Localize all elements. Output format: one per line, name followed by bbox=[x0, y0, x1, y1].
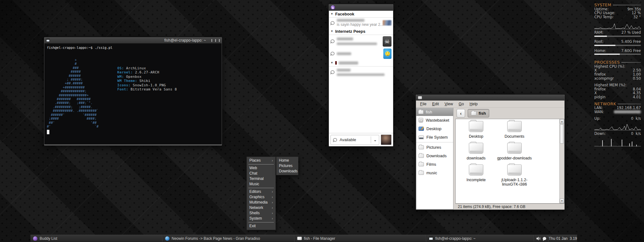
buddy-group-internetz-peeps[interactable]: ▼ Internetz Peeps bbox=[329, 28, 393, 35]
sidebar-item-folder[interactable]: Downloads bbox=[416, 152, 453, 160]
buddy-name-redacted bbox=[337, 52, 351, 55]
status-bubble-icon bbox=[333, 138, 337, 142]
folder-icon bbox=[469, 121, 483, 132]
buddy-status-redacted bbox=[337, 73, 385, 76]
file-manager-menubar: File Edit View Go Help bbox=[416, 101, 564, 108]
buddy-group-facebook[interactable]: ▼ Facebook bbox=[329, 11, 393, 18]
file-item[interactable]: jUploadr-1.1.2-linuxGTK-i386 bbox=[495, 164, 534, 187]
sidebar-item-wastebasket[interactable]: Wastebasket bbox=[416, 116, 453, 124]
sidebar-item-folder[interactable]: music bbox=[416, 169, 453, 177]
menu-item[interactable]: Music bbox=[247, 182, 275, 187]
home-bar bbox=[594, 54, 641, 55]
menu-item-with-submenu[interactable]: Network› bbox=[247, 205, 275, 210]
terminal-title: fish@el-crappo-lappo: ~ bbox=[164, 38, 206, 43]
highest-mem-title: Highest MEM (%): bbox=[594, 83, 641, 87]
submenu-item[interactable]: Home bbox=[276, 158, 298, 163]
sidebar-item-desktop[interactable]: Desktop bbox=[416, 124, 453, 133]
ram-bar bbox=[594, 36, 641, 37]
menubar-item[interactable]: Go bbox=[456, 101, 467, 107]
folder-icon bbox=[507, 121, 522, 132]
menu-item[interactable]: Web bbox=[247, 165, 275, 171]
expander-icon[interactable]: ▼ bbox=[330, 13, 333, 15]
pidgin-icon bbox=[33, 236, 37, 241]
scroll-down-button[interactable]: ▼ bbox=[560, 199, 564, 203]
menubar-item[interactable]: File bbox=[417, 101, 429, 107]
task-button-browser[interactable]: Neowin Forums -> Back Page News - Gran P… bbox=[163, 235, 295, 242]
task-button-file-manager[interactable]: fish - File Manager bbox=[295, 235, 427, 242]
lan-row: LAN:192.168.1.67 bbox=[594, 106, 641, 110]
terminal-icon bbox=[429, 237, 433, 240]
file-item[interactable]: Desktop bbox=[457, 121, 495, 139]
terminal-window: fish@el-crappo-lappo: ~ fish@el-crappo-l… bbox=[44, 37, 222, 146]
menu-item-with-submenu[interactable]: Multimedia› bbox=[247, 200, 275, 205]
desktop-wallpaper: fish@el-crappo-lappo: ~ fish@el-crappo-l… bbox=[0, 0, 644, 242]
sidebar-item-fish-selected[interactable]: fish bbox=[416, 108, 453, 116]
buddy-row[interactable] bbox=[329, 48, 393, 60]
scrollbar-thumb[interactable] bbox=[560, 124, 564, 144]
home-row: Home:7.60G Free bbox=[594, 49, 641, 53]
status-selector[interactable]: Available ⌄ bbox=[330, 135, 379, 145]
buddy-row[interactable]: ☠ bbox=[329, 35, 393, 48]
vertical-scrollbar[interactable]: ▲ ▼ bbox=[559, 119, 564, 203]
wan-row: WAN: bbox=[594, 110, 641, 114]
menu-item[interactable]: Chat bbox=[247, 171, 275, 176]
folder-icon bbox=[507, 164, 522, 176]
menu-item[interactable]: Terminal bbox=[247, 176, 275, 182]
menu-item-with-submenu[interactable]: Editors› bbox=[247, 189, 275, 194]
sidebar-item-folder[interactable]: Pictures bbox=[416, 143, 453, 152]
conky-monitor: SYSTEM Uptime:9m 35s CPU Usage:12 % CPU … bbox=[594, 3, 641, 148]
menubar-item[interactable]: Help bbox=[467, 101, 480, 107]
sidebar-item-file-system[interactable]: File System bbox=[416, 133, 453, 141]
terminal-window-buttons[interactable] bbox=[211, 39, 220, 42]
root-bar bbox=[594, 45, 641, 46]
file-item[interactable]: Documents bbox=[495, 121, 534, 139]
messenger-tray-icon[interactable] bbox=[543, 237, 546, 240]
menubar-item[interactable]: View bbox=[442, 101, 456, 107]
volume-icon[interactable] bbox=[536, 237, 541, 240]
expander-icon[interactable]: ▼ bbox=[330, 61, 333, 64]
menu-item-with-submenu[interactable]: System› bbox=[247, 216, 275, 221]
own-avatar-button[interactable] bbox=[381, 135, 391, 145]
file-item[interactable]: gpodder-downloads bbox=[495, 143, 534, 160]
menu-item-with-submenu[interactable]: Shells› bbox=[247, 210, 275, 216]
path-button[interactable]: fish bbox=[468, 109, 489, 118]
file-manager-titlebar[interactable] bbox=[416, 95, 564, 101]
desktop-icon bbox=[419, 127, 424, 131]
menu-item-exit[interactable]: Exit bbox=[247, 223, 275, 229]
sidebar-item-folder[interactable]: Films bbox=[416, 160, 453, 169]
expander-icon[interactable]: ▼ bbox=[330, 30, 333, 33]
scroll-up-button[interactable]: ▲ bbox=[560, 119, 564, 124]
menu-separator bbox=[248, 222, 274, 222]
system-info-row: Kernel: 2.6.27-ARCH bbox=[117, 70, 177, 74]
task-button-buddy-list[interactable]: Buddy List bbox=[31, 235, 163, 242]
buddy-row[interactable] bbox=[329, 66, 393, 78]
menu-item-with-submenu[interactable]: Graphics› bbox=[247, 194, 275, 200]
menubar-item[interactable]: Edit bbox=[429, 101, 442, 107]
chevron-down-icon[interactable]: ⌄ bbox=[374, 138, 377, 142]
terminal-body[interactable]: fish@el-crappo-lappo:~$ ./ssig.pl + # ##… bbox=[44, 43, 222, 144]
back-button[interactable]: ‹ bbox=[457, 109, 465, 118]
openbox-root-menu: Places› Web Chat Terminal Music Editors› bbox=[247, 157, 276, 230]
submenu-item[interactable]: Pictures bbox=[276, 163, 298, 169]
file-icon-view[interactable]: Desktop Documents downloads bbox=[455, 119, 564, 204]
menu-separator bbox=[248, 188, 274, 188]
task-button-terminal[interactable]: fish@el-crappo-lappo: ~ bbox=[426, 235, 534, 242]
terminal-prompt: fish@el-crappo-lappo:~$ ./ssig.pl bbox=[44, 43, 222, 49]
root-row: Root:5.40G Free bbox=[594, 40, 641, 44]
menu-item-places[interactable]: Places› bbox=[247, 158, 275, 163]
buddy-list-window: ▼ Facebook is sayin happy new year 2... … bbox=[329, 4, 393, 147]
terminal-titlebar[interactable]: fish@el-crappo-lappo: ~ bbox=[44, 37, 222, 43]
system-info-row: WM Theme: Shiki bbox=[117, 79, 177, 83]
status-selector-bar: Available ⌄ bbox=[329, 133, 393, 146]
buddy-name-redacted bbox=[337, 19, 364, 22]
file-item[interactable]: Incomplete bbox=[457, 164, 495, 187]
folder-icon bbox=[507, 143, 522, 154]
sidebar-separator bbox=[416, 142, 453, 142]
file-item[interactable]: downloads bbox=[457, 143, 495, 160]
submenu-item[interactable]: Downloads bbox=[276, 169, 298, 174]
submenu-arrow-icon: › bbox=[272, 210, 273, 216]
buddy-group-redacted[interactable]: ▼ bbox=[329, 60, 393, 66]
system-info-row: OS: ArchLinux bbox=[117, 66, 177, 70]
buddy-list-titlebar[interactable] bbox=[329, 4, 393, 11]
buddy-row[interactable]: is sayin happy new year 2... bbox=[329, 18, 393, 28]
